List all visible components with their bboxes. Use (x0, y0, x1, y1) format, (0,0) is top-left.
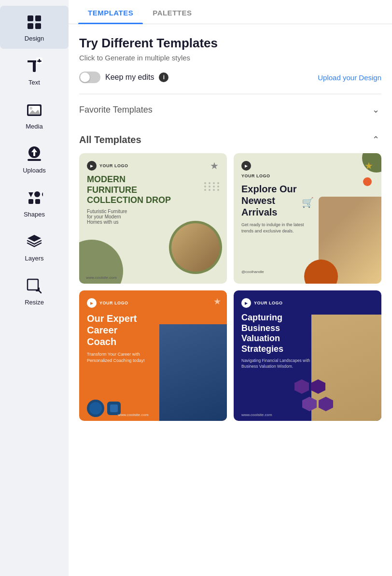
svg-rect-9 (33, 61, 36, 71)
logo-circle-3 (87, 298, 97, 308)
template-1-logo: YOUR LOGO (87, 161, 219, 171)
template-3-circles (87, 400, 121, 417)
template-4-website: www.coolsite.com (241, 413, 272, 417)
sidebar-item-text-label: Text (28, 79, 40, 86)
svg-rect-0 (28, 15, 33, 21)
layers-icon (25, 232, 44, 252)
template-2-star[interactable]: ★ (362, 159, 376, 173)
sidebar: Design Text (0, 0, 69, 576)
template-4-headline: CapturingBusinessValuationStrategies (241, 313, 314, 354)
content-area: Try Different Templates Click to Generat… (69, 24, 392, 431)
template-grid: YOUR LOGO MODERNFURNITURECOLLECTION DROP… (79, 153, 381, 421)
template-card-explore-arrivals[interactable]: YOUR LOGO Explore OurNewestArrivals Get … (234, 153, 381, 284)
svg-rect-19 (33, 152, 35, 156)
bag-icon: 🛒 (302, 197, 314, 208)
template-card-career-coach[interactable]: YOUR LOGO Our ExpertCareerCoach Transfor… (79, 290, 227, 421)
favorite-templates-section: Favorite Templates ⌄ (79, 94, 381, 125)
info-icon[interactable]: i (159, 72, 168, 82)
uploads-icon (25, 144, 44, 164)
sidebar-item-layers-label: Layers (25, 255, 43, 262)
svg-rect-20 (28, 159, 41, 161)
text-icon (25, 57, 44, 76)
all-templates-section: All Templates ⌃ YOUR LOGO MODERNFURNI (79, 125, 381, 421)
template-1-headline: MODERNFURNITURECOLLECTION DROP (87, 174, 219, 206)
toggle-knob (80, 72, 90, 82)
template-card-business-valuation[interactable]: YOUR LOGO CapturingBusinessValuationStra… (234, 290, 381, 421)
media-icon (25, 101, 44, 120)
sidebar-item-media-label: Media (26, 123, 42, 130)
template-2-logo: YOUR LOGO (241, 161, 374, 179)
sidebar-item-design[interactable]: Design (0, 6, 69, 49)
sidebar-item-media[interactable]: Media (0, 94, 69, 137)
logo-circle-4 (241, 298, 251, 308)
chevron-down-icon: ⌄ (370, 104, 381, 115)
svg-rect-3 (35, 23, 41, 29)
template-3-logo: YOUR LOGO (87, 298, 219, 308)
sidebar-item-shapes[interactable]: Shapes (0, 182, 69, 225)
svg-rect-12 (37, 60, 42, 62)
sidebar-item-resize[interactable]: Resize (0, 270, 69, 313)
page-title: Try Different Templates (79, 36, 381, 51)
all-templates-title: All Templates (79, 134, 141, 145)
template-4-hexagons (294, 379, 333, 411)
sidebar-item-text[interactable]: Text (0, 50, 69, 93)
svg-rect-2 (28, 23, 33, 29)
logo-circle-2 (241, 161, 251, 171)
main-panel: TEMPLATES PALETTES Try Different Templat… (69, 0, 392, 576)
tab-templates[interactable]: TEMPLATES (78, 0, 143, 24)
template-3-website: www.coolsite.com (118, 413, 149, 417)
chevron-up-icon: ⌃ (370, 134, 381, 145)
svg-rect-25 (28, 279, 38, 290)
template-1-website: www.coolsite.com (86, 275, 117, 280)
template-3-headline: Our ExpertCareerCoach (87, 313, 160, 347)
design-icon (25, 13, 44, 32)
tab-palettes[interactable]: PALETTES (143, 0, 201, 24)
page-subtitle: Click to Generate in multiple styles (79, 54, 381, 62)
t2-orange-dot (363, 177, 372, 186)
svg-rect-1 (35, 15, 41, 21)
tab-bar: TEMPLATES PALETTES (69, 0, 392, 24)
all-templates-header[interactable]: All Templates ⌃ (79, 130, 381, 153)
sidebar-item-shapes-label: Shapes (24, 211, 45, 218)
sidebar-item-uploads[interactable]: Uploads (0, 138, 69, 181)
upload-design-link[interactable]: Upload your Design (318, 73, 381, 82)
template-card-modern-furniture[interactable]: YOUR LOGO MODERNFURNITURECOLLECTION DROP… (79, 153, 227, 284)
template-1-subtext: Futuristic Furniturefor your ModernHomes… (87, 209, 219, 225)
sidebar-item-layers[interactable]: Layers (0, 226, 69, 269)
svg-rect-23 (28, 199, 33, 204)
shapes-icon (25, 188, 44, 208)
template-3-star[interactable]: ★ (213, 296, 221, 307)
favorite-templates-title: Favorite Templates (79, 105, 153, 115)
template-3-subtext: Transform Your Career with Personalized … (87, 351, 160, 363)
template-2-handle: @coolhandle (241, 270, 264, 274)
template-3-person-image (159, 324, 227, 421)
svg-marker-21 (28, 192, 33, 197)
edits-row: Keep my edits i Upload your Design (79, 72, 381, 83)
resize-icon (25, 276, 44, 296)
sidebar-item-resize-label: Resize (25, 299, 44, 306)
template-4-subtext: Navigating Financial Landscapes with Bus… (241, 358, 314, 370)
keep-edits-toggle[interactable] (79, 72, 100, 83)
template-1-image (169, 221, 222, 274)
favorite-templates-header[interactable]: Favorite Templates ⌄ (79, 102, 381, 117)
logo-circle-1 (87, 161, 97, 171)
sidebar-item-design-label: Design (25, 35, 44, 42)
svg-rect-24 (35, 199, 40, 204)
keep-edits-label: Keep my edits (105, 73, 154, 82)
svg-point-22 (34, 191, 40, 197)
sidebar-item-uploads-label: Uploads (23, 167, 46, 174)
template-4-logo: YOUR LOGO (241, 298, 374, 308)
template-2-subtext: Get ready to indulge in the latest trend… (241, 222, 314, 234)
svg-point-15 (29, 107, 32, 110)
edits-left-group: Keep my edits i (79, 72, 168, 83)
